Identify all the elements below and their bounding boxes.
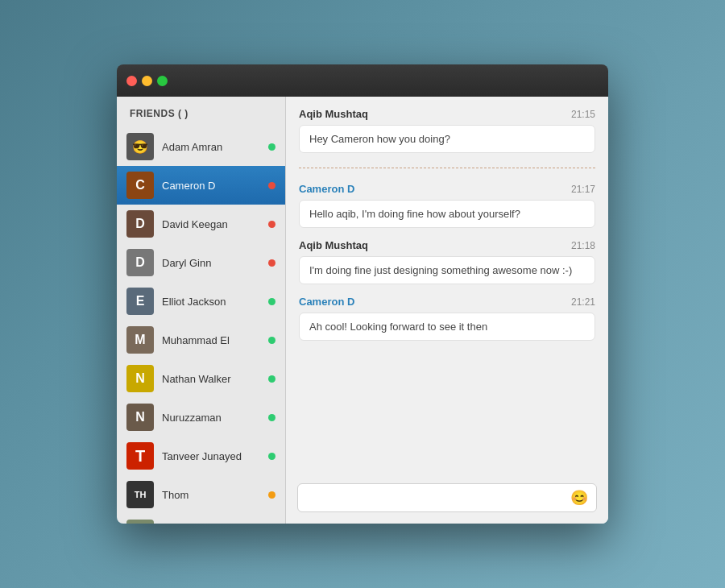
friend-avatar: T	[126, 442, 154, 470]
status-dot	[268, 298, 276, 305]
friend-item[interactable]: THThom	[117, 475, 285, 514]
message-time: 21:21	[571, 296, 595, 308]
friend-avatar: V	[126, 520, 154, 524]
friend-name: Tanveer Junayed	[162, 450, 268, 462]
titlebar	[117, 64, 608, 97]
status-dot	[268, 221, 276, 228]
message-time: 21:15	[571, 109, 595, 120]
status-dot	[268, 491, 276, 499]
friend-name: Nuruzzaman	[162, 412, 268, 424]
chat-input-area: 😊	[286, 475, 608, 524]
friends-header: FRIENDS ( )	[117, 97, 285, 127]
close-button[interactable]	[126, 76, 137, 86]
friend-item[interactable]: MMuhammad El	[117, 321, 285, 359]
friend-avatar: N	[126, 404, 154, 431]
message-sender: Cameron D	[299, 183, 354, 195]
friend-name: Cameron D	[162, 180, 268, 192]
sidebar: FRIENDS ( ) 😎Adam AmranCCameron DDDavid …	[117, 97, 286, 524]
message-group: Cameron D21:17Hello aqib, I'm doing fine…	[299, 183, 595, 228]
friend-item[interactable]: DDavid Keegan	[117, 205, 285, 243]
message-sender: Aqib Mushtaq	[299, 108, 368, 120]
maximize-button[interactable]	[157, 76, 168, 86]
message-group: Cameron D21:21Ah cool! Looking forward t…	[299, 296, 595, 341]
friend-avatar: D	[126, 210, 154, 238]
message-bubble: Hey Cameron how you doing?	[299, 125, 595, 153]
emoji-button[interactable]: 😊	[570, 489, 588, 507]
friend-avatar: D	[126, 249, 154, 276]
friend-avatar: 😎	[126, 133, 154, 160]
messages-list: Aqib Mushtaq21:15Hey Cameron how you doi…	[286, 97, 608, 475]
status-dot	[268, 259, 276, 267]
message-header: Cameron D21:21	[299, 296, 595, 308]
friend-name: Daryl Ginn	[162, 257, 268, 269]
friend-name: Muhammad El	[162, 334, 268, 346]
friend-avatar: C	[126, 172, 154, 199]
message-sender: Aqib Mushtaq	[299, 239, 368, 251]
friend-item[interactable]: DDaryl Ginn	[117, 243, 285, 282]
friend-name: Thom	[162, 489, 268, 501]
chat-input[interactable]	[306, 492, 570, 504]
chat-window: FRIENDS ( ) 😎Adam AmranCCameron DDDavid …	[117, 64, 608, 524]
friend-item[interactable]: TTanveer Junayed	[117, 437, 285, 475]
status-dot	[268, 143, 276, 151]
friend-name: Nathan Walker	[162, 373, 268, 385]
friend-item[interactable]: NNuruzzaman	[117, 398, 285, 437]
friend-name: Elliot Jackson	[162, 296, 268, 308]
chat-input-wrapper: 😊	[297, 483, 597, 512]
message-bubble: Hello aqib, I'm doing fine how about you…	[299, 200, 595, 228]
friend-avatar: TH	[126, 481, 154, 508]
friend-avatar: N	[126, 365, 154, 392]
main-content: FRIENDS ( ) 😎Adam AmranCCameron DDDavid …	[117, 97, 608, 524]
chat-area: Aqib Mushtaq21:15Hey Cameron how you doi…	[286, 97, 608, 524]
message-time: 21:17	[571, 184, 595, 195]
message-group: Aqib Mushtaq21:15Hey Cameron how you doi…	[299, 108, 595, 153]
minimize-button[interactable]	[142, 76, 152, 86]
friend-name: Adam Amran	[162, 141, 268, 153]
message-bubble: I'm doing fine just designing something …	[299, 256, 595, 284]
friend-item[interactable]: VVictor Erixon	[117, 514, 285, 524]
friend-name: David Keegan	[162, 218, 268, 230]
message-time: 21:18	[571, 240, 595, 251]
message-header: Aqib Mushtaq21:15	[299, 108, 595, 120]
window-controls	[126, 76, 168, 86]
status-dot	[268, 453, 276, 460]
friend-list: 😎Adam AmranCCameron DDDavid KeeganDDaryl…	[117, 127, 285, 524]
friend-item[interactable]: EElliot Jackson	[117, 282, 285, 321]
message-header: Cameron D21:17	[299, 183, 595, 195]
message-bubble: Ah cool! Looking forward to see it then	[299, 313, 595, 341]
message-sender: Cameron D	[299, 296, 354, 308]
status-dot	[268, 375, 276, 383]
message-divider	[299, 168, 595, 168]
status-dot	[268, 337, 276, 344]
status-dot	[268, 414, 276, 421]
friend-item[interactable]: NNathan Walker	[117, 359, 285, 398]
friend-item[interactable]: CCameron D	[117, 166, 285, 205]
message-header: Aqib Mushtaq21:18	[299, 239, 595, 251]
friend-avatar: M	[126, 326, 154, 354]
friend-item[interactable]: 😎Adam Amran	[117, 127, 285, 166]
message-group: Aqib Mushtaq21:18I'm doing fine just des…	[299, 239, 595, 284]
friend-avatar: E	[126, 288, 154, 315]
status-dot	[268, 182, 276, 189]
